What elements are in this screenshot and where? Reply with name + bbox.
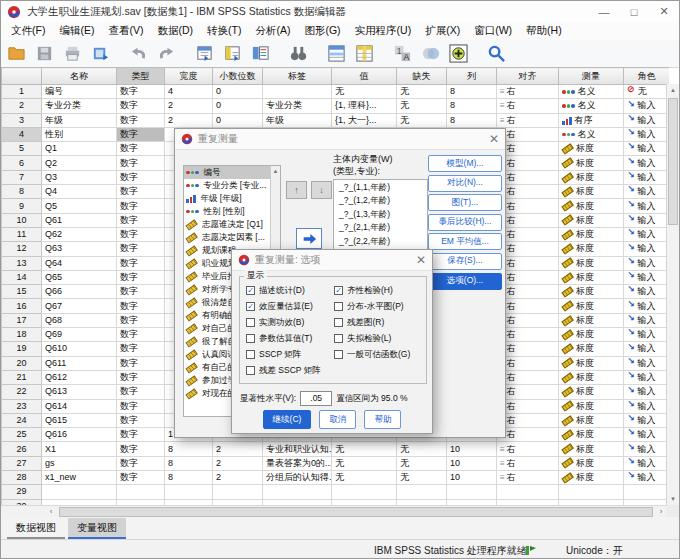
print-icon[interactable] [60,42,85,65]
cell-label[interactable]: 专业分类 [263,99,332,113]
cell-measure[interactable]: 标度 [559,385,624,399]
minimize-icon[interactable]: — [589,1,619,22]
cell-role[interactable]: ↘输入 [624,142,670,156]
horizontal-scrollbar-thumb[interactable] [59,507,653,517]
save-icon[interactable] [32,42,57,65]
cell-role[interactable]: ↘输入 [624,227,670,241]
column-header-标签[interactable]: 标签 [263,68,332,85]
cell-name[interactable]: Q1 [42,142,117,156]
cell-width[interactable]: 2 [165,113,213,127]
cell-columns[interactable]: 10 [447,471,497,485]
cell-measure[interactable]: 标度 [559,213,624,227]
goto-case-icon[interactable] [192,42,217,65]
cell-measure[interactable]: 标度 [559,356,624,370]
cell-measure[interactable]: 标度 [559,227,624,241]
cell-type[interactable]: 数字 [117,299,165,313]
cell-measure[interactable]: 名义 [559,99,624,113]
dialog-title-bar[interactable]: 重复测量 ✕ [175,129,505,150]
cell-name[interactable]: Q66 [42,285,117,299]
cell-role[interactable]: ↘输入 [624,442,670,456]
cell-role[interactable]: ↘输入 [624,285,670,299]
cell-role[interactable]: ↘输入 [624,428,670,442]
cell-align[interactable]: ≡右 [497,85,559,99]
dialog-button-图(T)...[interactable]: 图(T)... [428,194,502,211]
cell-type[interactable]: 数字 [117,270,165,284]
checkbox-效应量估算(E)[interactable]: ✓效应量估算(E) [246,301,321,313]
cell-type[interactable]: 数字 [117,185,165,199]
row-number[interactable]: 9 [2,199,42,213]
cell-type[interactable]: 数字 [117,256,165,270]
cell-columns[interactable] [447,485,497,499]
cell-name[interactable]: Q64 [42,256,117,270]
cell-role[interactable]: ↘输入 [624,185,670,199]
cell-measure[interactable]: 标度 [559,342,624,356]
row-number[interactable]: 5 [2,142,42,156]
cell-type[interactable]: 数字 [117,213,165,227]
cell-measure[interactable]: 标度 [559,156,624,170]
row-number[interactable]: 11 [2,227,42,241]
cell-type[interactable]: 数字 [117,313,165,327]
within-subject-item[interactable]: _?_(1,2,年龄) [334,195,427,209]
cell-label[interactable]: 专业和职业认知... [263,442,332,456]
column-header-对齐[interactable]: 对齐 [497,68,559,85]
row-number[interactable]: 23 [2,399,42,413]
row-number[interactable]: 4 [2,127,42,141]
menu-数据(D)[interactable]: 数据(D) [150,22,200,40]
cell-type[interactable] [117,485,165,499]
row-number[interactable]: 13 [2,256,42,270]
cell-role[interactable]: ↘输入 [624,213,670,227]
checkbox-checked-icon[interactable]: ✓ [334,286,343,295]
significance-level-input[interactable]: .05 [300,391,332,406]
tab-数据视图[interactable]: 数据视图 [7,518,65,539]
cell-name[interactable]: Q3 [42,170,117,184]
checkbox-残差图(R)[interactable]: 残差图(R) [334,317,410,329]
dialog-button-事后比较(H)...[interactable]: 事后比较(H)... [428,214,502,231]
cell-name[interactable]: Q611 [42,356,117,370]
tab-变量视图[interactable]: 变量视图 [68,518,126,539]
row-number[interactable]: 20 [2,356,42,370]
checkbox-描述统计(D)[interactable]: ✓描述统计(D) [246,285,321,297]
cell-name[interactable]: Q5 [42,199,117,213]
cell-columns[interactable]: 10 [447,442,497,456]
cell-values[interactable]: 无 [332,85,397,99]
cell-role[interactable]: ⊘无 [624,85,670,99]
row-number[interactable]: 16 [2,299,42,313]
cell-decimals[interactable]: 0 [213,99,263,113]
move-up-button[interactable]: ↑ [286,181,307,199]
cell-type[interactable]: 数字 [117,227,165,241]
cell-role[interactable]: ↘输入 [624,471,670,485]
cell-role[interactable]: ↘输入 [624,399,670,413]
cell-missing[interactable]: 无 [397,85,447,99]
cell-measure[interactable]: 标度 [559,399,624,413]
cell-role[interactable]: ↘输入 [624,342,670,356]
dialog-variable-item[interactable]: 年级 [年级] [184,192,271,205]
cell-type[interactable]: 数字 [117,442,165,456]
column-header-测量[interactable]: 测量 [559,68,624,85]
cell-type[interactable]: 数字 [117,471,165,485]
cell-name[interactable]: Q67 [42,299,117,313]
cell-decimals[interactable] [213,485,263,499]
cell-width[interactable]: 8 [165,442,213,456]
cell-measure[interactable]: 标度 [559,285,624,299]
menu-文件(F)[interactable]: 文件(F) [4,22,52,40]
menu-实用程序(U)[interactable]: 实用程序(U) [348,22,419,40]
find-icon[interactable] [286,42,311,65]
cell-measure[interactable]: 标度 [559,471,624,485]
cell-type[interactable]: 数字 [117,428,165,442]
cell-type[interactable]: 数字 [117,370,165,384]
cell-role[interactable]: ↘输入 [624,156,670,170]
row-number[interactable]: 19 [2,342,42,356]
checkbox-残差 SSCP 矩阵[interactable]: 残差 SSCP 矩阵 [246,365,321,377]
cell-type[interactable]: 数字 [117,342,165,356]
row-number[interactable]: 8 [2,185,42,199]
dialog-variable-item[interactable]: 性别 [性别] [184,205,271,218]
checkbox-一般可估函数(G)[interactable]: 一般可估函数(G) [334,349,410,361]
cell-role[interactable]: ↘输入 [624,313,670,327]
transfer-variable-button[interactable] [296,228,322,249]
vertical-scrollbar[interactable]: ▲ ▼ [666,84,679,505]
cell-type[interactable]: 数字 [117,113,165,127]
cell-measure[interactable]: 标度 [559,370,624,384]
row-number[interactable]: 28 [2,471,42,485]
cell-columns[interactable]: 8 [447,99,497,113]
cell-width[interactable]: 2 [165,99,213,113]
